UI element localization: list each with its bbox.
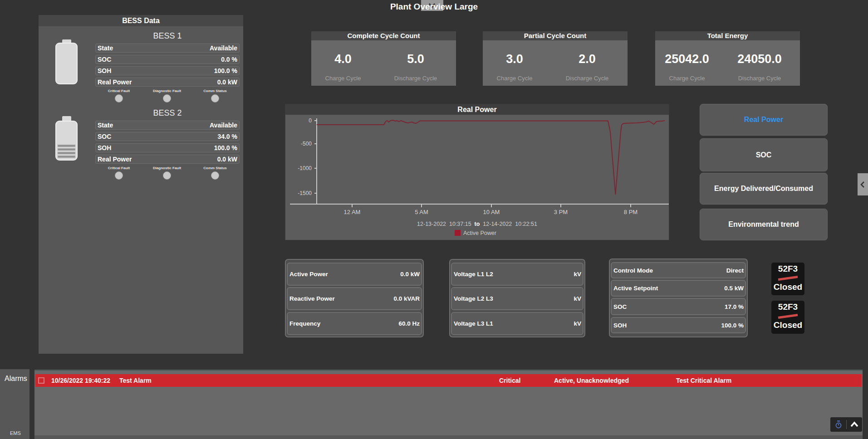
svg-text:3 PM: 3 PM xyxy=(554,209,568,215)
svg-text:-1500: -1500 xyxy=(298,190,312,196)
svg-text:0: 0 xyxy=(309,117,312,124)
svg-text:-1000: -1000 xyxy=(298,165,312,171)
svg-text:10 AM: 10 AM xyxy=(483,209,500,215)
svg-text:5 AM: 5 AM xyxy=(415,209,428,215)
svg-text:12 AM: 12 AM xyxy=(344,209,361,215)
svg-text:-500: -500 xyxy=(301,141,312,147)
svg-text:8 PM: 8 PM xyxy=(624,209,638,215)
